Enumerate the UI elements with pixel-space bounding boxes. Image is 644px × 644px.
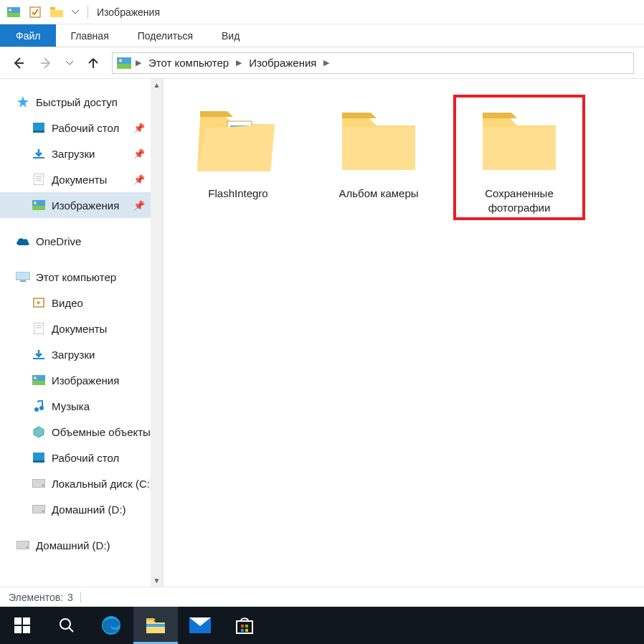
taskbar-edge[interactable]	[89, 607, 133, 644]
tree-label: Локальный диск (C:)	[52, 478, 151, 490]
folder-item-flashintegro[interactable]: FlashIntegro	[178, 100, 298, 201]
tree-item-drive-c[interactable]: Локальный диск (C:)	[0, 470, 151, 496]
tree-item-pictures[interactable]: Изображения 📌	[0, 192, 151, 218]
svg-point-31	[34, 407, 39, 412]
onedrive-icon	[16, 234, 30, 248]
taskbar-start[interactable]	[0, 607, 44, 644]
tree-label: Изображения	[52, 199, 119, 212]
tree-label: Этот компьютер	[36, 271, 116, 283]
objects3d-icon	[32, 425, 46, 439]
svg-rect-34	[33, 460, 44, 463]
tree-label: Видео	[52, 297, 83, 309]
qat-newfolder-icon[interactable]	[49, 4, 65, 20]
svg-rect-21	[20, 280, 26, 282]
tree-item-documents[interactable]: Документы 📌	[0, 166, 151, 192]
navbar: ▶ Этот компьютер ▶ Изображения ▶	[0, 47, 644, 79]
chevron-right-icon[interactable]: ▶	[236, 58, 242, 67]
chevron-right-icon[interactable]: ▶	[323, 58, 329, 67]
tree-item-videos[interactable]: Видео	[0, 290, 151, 316]
svg-rect-44	[23, 617, 30, 625]
address-bar[interactable]: ▶ Этот компьютер ▶ Изображения ▶	[112, 52, 634, 74]
breadcrumb-item-pictures[interactable]: Изображения	[246, 57, 319, 69]
status-bar: Элементов: 3	[0, 587, 644, 607]
pin-icon: 📌	[133, 148, 145, 159]
svg-rect-8	[117, 64, 131, 69]
tree-extra-drive[interactable]: Домашний (D:)	[0, 532, 151, 558]
svg-rect-52	[237, 621, 252, 633]
scroll-down-icon[interactable]: ▼	[151, 574, 163, 587]
svg-rect-55	[241, 629, 244, 632]
tree-item-desktop-2[interactable]: Рабочий стол	[0, 445, 151, 470]
svg-point-19	[34, 202, 37, 204]
nav-tree: Быстрый доступ Рабочий стол 📌 Загрузки 📌…	[0, 79, 151, 587]
pictures-icon	[32, 373, 46, 387]
tree-label: Документы	[52, 174, 107, 186]
tree-item-documents-2[interactable]: Документы	[0, 316, 151, 341]
svg-rect-18	[32, 206, 45, 210]
tree-item-music[interactable]: Музыка	[0, 393, 151, 419]
svg-point-30	[34, 377, 37, 379]
tree-label: Документы	[52, 323, 107, 335]
taskbar-mail[interactable]	[178, 607, 222, 644]
address-icon	[117, 57, 131, 69]
svg-point-2	[9, 9, 11, 11]
svg-rect-35	[32, 479, 45, 488]
folder-label: Сохраненные фотографии	[459, 186, 579, 214]
tree-label: Домашний (D:)	[36, 539, 110, 551]
folder-label: Альбом камеры	[339, 186, 419, 201]
nav-up-button[interactable]	[85, 55, 102, 72]
tree-label: Быстрый доступ	[36, 96, 118, 108]
music-icon	[32, 399, 46, 413]
svg-line-48	[69, 628, 73, 632]
svg-rect-46	[23, 626, 30, 633]
ribbon-tab-view[interactable]: Вид	[207, 24, 254, 47]
tree-item-downloads[interactable]: Загрузки 📌	[0, 141, 151, 166]
tree-label: Рабочий стол	[52, 452, 119, 464]
drive-icon	[16, 538, 30, 552]
taskbar-search[interactable]	[44, 607, 89, 644]
folder-item-camera-album[interactable]: Альбом камеры	[318, 100, 439, 201]
qat-dropdown-icon[interactable]	[70, 4, 80, 20]
chevron-right-icon[interactable]: ▶	[136, 58, 141, 67]
tree-item-3dobjects[interactable]: Объемные объекты	[0, 419, 151, 445]
nav-forward-button[interactable]	[37, 55, 55, 72]
breadcrumb-item-thispc[interactable]: Этот компьютер	[146, 57, 232, 69]
tree-item-pictures-2[interactable]: Изображения	[0, 367, 151, 393]
ribbon-tab-file[interactable]: Файл	[0, 24, 56, 47]
nav-recent-dropdown[interactable]	[65, 55, 75, 72]
ribbon-tab-home[interactable]: Главная	[56, 24, 123, 47]
ribbon-tab-share[interactable]: Поделиться	[123, 24, 207, 47]
downloads-icon	[32, 347, 46, 361]
tree-item-desktop[interactable]: Рабочий стол 📌	[0, 115, 151, 141]
svg-point-36	[42, 485, 44, 486]
svg-rect-24	[34, 323, 44, 334]
titlebar-divider	[87, 6, 88, 19]
svg-rect-29	[32, 381, 45, 385]
svg-point-47	[60, 619, 70, 629]
taskbar-store[interactable]	[222, 607, 267, 644]
folder-label: FlashIntegro	[208, 186, 267, 201]
status-divider	[80, 592, 81, 603]
svg-point-9	[119, 59, 122, 62]
sidebar-scrollbar[interactable]: ▲ ▼	[151, 79, 163, 587]
tree-item-drive-d[interactable]: Домашний (D:)	[0, 496, 151, 522]
folder-item-saved-photos[interactable]: Сохраненные фотографии	[459, 100, 579, 214]
tree-label: Рабочий стол	[52, 122, 119, 134]
folder-icon	[476, 100, 562, 179]
scroll-up-icon[interactable]: ▲	[151, 79, 163, 91]
taskbar-explorer[interactable]	[133, 607, 178, 644]
svg-rect-43	[14, 617, 22, 625]
tree-onedrive[interactable]: OneDrive	[0, 228, 151, 254]
tree-item-downloads-2[interactable]: Загрузки	[0, 341, 151, 367]
nav-back-button[interactable]	[10, 55, 27, 72]
sidebar-container: Быстрый доступ Рабочий стол 📌 Загрузки 📌…	[0, 79, 164, 587]
documents-icon	[32, 172, 46, 186]
folder-content[interactable]: FlashIntegro Альбом камеры Сохраненн	[164, 79, 644, 587]
svg-rect-33	[33, 453, 44, 460]
pictures-app-icon[interactable]	[6, 4, 22, 20]
qat-properties-icon[interactable]	[27, 4, 43, 20]
tree-this-pc[interactable]: Этот компьютер	[0, 264, 151, 290]
taskbar	[0, 607, 644, 644]
tree-quick-access[interactable]: Быстрый доступ	[0, 89, 151, 115]
svg-point-38	[42, 511, 44, 512]
